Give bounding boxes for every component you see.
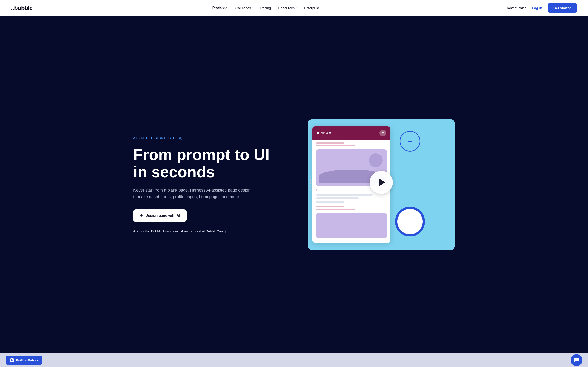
- mockup-header-left: NEWS: [317, 131, 331, 135]
- hero-title-line2: in seconds: [133, 163, 215, 181]
- mockup-dot: [317, 132, 319, 134]
- login-link[interactable]: Log in: [532, 6, 542, 10]
- nav-link-enterprise[interactable]: Enterprise: [304, 6, 320, 10]
- chat-icon: [574, 357, 579, 363]
- built-on-bubble-button[interactable]: b Built on Bubble: [6, 356, 42, 365]
- plus-icon: +: [407, 137, 413, 146]
- mockup-avatar: [380, 130, 386, 136]
- design-page-button[interactable]: ✦ Design page with AI: [133, 209, 187, 222]
- mockup-text-block: [316, 194, 387, 203]
- add-button[interactable]: +: [400, 131, 420, 152]
- nav-link-pricing[interactable]: Pricing: [260, 6, 271, 10]
- nav-link-product[interactable]: Product ▾: [212, 6, 228, 10]
- hero-left: AI PAGE DESIGNER (BETA) From prompt to U…: [133, 136, 271, 233]
- nav-item-product[interactable]: Product ▾: [212, 6, 228, 10]
- mockup-text-line: [316, 201, 344, 203]
- hero-title-line1: From prompt to UI: [133, 146, 269, 163]
- hero-badge: AI PAGE DESIGNER (BETA): [133, 136, 271, 140]
- arrow-down-icon: ↓: [225, 229, 226, 233]
- mockup-line: [316, 206, 344, 207]
- right-side-elements: +: [395, 126, 425, 241]
- built-label: Built on Bubble: [16, 359, 38, 362]
- mockup-header: NEWS: [312, 126, 390, 140]
- chat-button[interactable]: [571, 354, 582, 366]
- nav-item-pricing[interactable]: Pricing: [260, 6, 271, 10]
- bubble-logo-small: b: [10, 358, 14, 362]
- mockup-circle-decor: [369, 153, 383, 167]
- nav-item-usecases[interactable]: Use cases ▾: [235, 6, 253, 10]
- illustration-container: NEWS: [308, 119, 455, 250]
- nav-link-usecases[interactable]: Use cases ▾: [235, 6, 253, 10]
- nav-item-resources[interactable]: Resources ▾: [278, 6, 297, 10]
- nav-divider: [500, 5, 500, 11]
- hero-inner: AI PAGE DESIGNER (BETA) From prompt to U…: [133, 119, 455, 250]
- mockup-lines-2: [316, 206, 387, 210]
- nav-links: Product ▾ Use cases ▾ Pricing Resources …: [212, 6, 320, 10]
- ring-graphic: [395, 207, 425, 236]
- mockup-text-line: [316, 194, 372, 196]
- chevron-down-icon: ▾: [226, 6, 227, 9]
- logo[interactable]: . .bubble: [11, 4, 32, 12]
- mockup-bottom-block: [316, 213, 387, 238]
- nav-link-resources[interactable]: Resources ▾: [278, 6, 297, 10]
- chevron-down-icon: ▾: [252, 7, 253, 9]
- waitlist-text[interactable]: Access the Bubble Assist waitlist announ…: [133, 229, 223, 233]
- contact-sales-link[interactable]: Contact sales: [506, 6, 527, 10]
- design-page-label: Design page with AI: [145, 214, 180, 218]
- mockup-line: [316, 209, 355, 210]
- ai-icon: ✦: [140, 213, 143, 218]
- hero-section: AI PAGE DESIGNER (BETA) From prompt to U…: [0, 16, 588, 353]
- sep-dot: [316, 189, 317, 191]
- svg-point-0: [382, 132, 384, 133]
- mockup-line: [316, 142, 344, 144]
- footer-bar: b Built on Bubble: [0, 353, 588, 367]
- hero-description: Never start from a blank page. Harness A…: [133, 187, 253, 200]
- nav-right: Contact sales Log in Get started: [500, 3, 577, 13]
- get-started-button[interactable]: Get started: [548, 3, 577, 13]
- logo-text: .bubble: [13, 4, 32, 11]
- hero-title: From prompt to UI in seconds: [133, 146, 271, 181]
- play-button[interactable]: [370, 171, 393, 194]
- nav-item-enterprise[interactable]: Enterprise: [304, 6, 320, 10]
- waitlist-link[interactable]: Access the Bubble Assist waitlist announ…: [133, 229, 271, 233]
- mockup-news-label: NEWS: [321, 131, 331, 135]
- chevron-down-icon: ▾: [296, 7, 297, 9]
- mockup-text-line: [316, 198, 359, 199]
- logo-dot: .: [11, 4, 13, 12]
- mockup-lines: [316, 142, 387, 146]
- navbar: . .bubble Product ▾ Use cases ▾ Pricing …: [0, 0, 588, 16]
- hero-right: NEWS: [308, 119, 455, 250]
- play-triangle-icon: [379, 178, 385, 186]
- mockup-line: [316, 145, 355, 146]
